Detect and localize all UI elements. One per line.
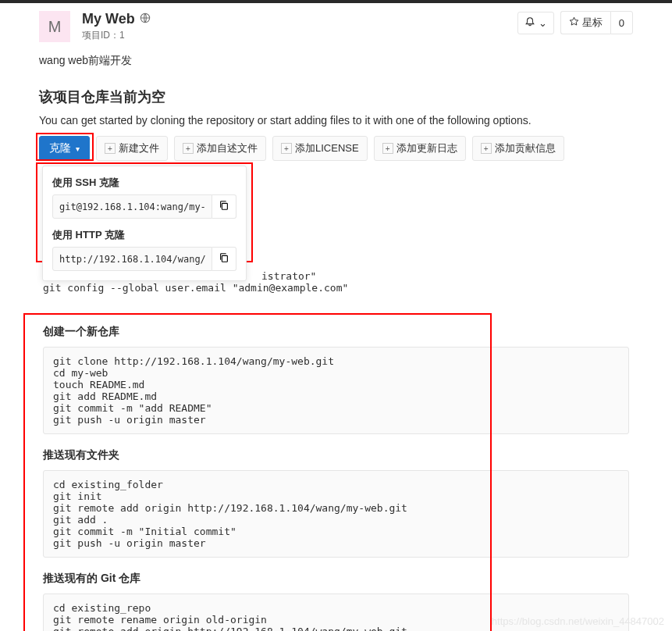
add-changelog-button[interactable]: +添加更新日志 xyxy=(374,136,466,161)
hint-text: You can get started by cloning the repos… xyxy=(39,114,633,127)
http-url-input[interactable] xyxy=(52,247,212,271)
add-license-button[interactable]: +添加LICENSE xyxy=(272,136,368,161)
svg-rect-2 xyxy=(222,255,227,262)
project-id: 项目ID：1 xyxy=(82,29,151,42)
copy-icon xyxy=(219,252,229,266)
plus-icon: + xyxy=(382,143,393,154)
action-label: 添加LICENSE xyxy=(295,141,359,155)
add-contributing-button[interactable]: +添加贡献信息 xyxy=(472,136,564,161)
star-icon xyxy=(569,16,579,29)
action-label: 新建文件 xyxy=(119,141,159,155)
create-repo-code: git clone http://192.168.1.104/wang/my-w… xyxy=(43,347,629,434)
project-header: M My Web 项目ID：1 ⌄ xyxy=(39,11,633,42)
copy-icon xyxy=(219,200,229,213)
create-repo-title: 创建一个新仓库 xyxy=(43,325,629,339)
clone-dropdown: 使用 SSH 克隆 使用 HTTP 克隆 xyxy=(42,166,247,281)
plus-icon: + xyxy=(281,143,292,154)
chevron-down-icon: ⌄ xyxy=(539,17,547,29)
action-label: 添加贡献信息 xyxy=(495,141,556,155)
star-label: 星标 xyxy=(582,16,603,30)
plus-icon: + xyxy=(105,143,116,154)
action-label: 添加自述文件 xyxy=(197,141,258,155)
push-repo-code: cd existing_repo git remote rename origi… xyxy=(43,594,629,631)
clone-button[interactable]: 克隆 ▾ xyxy=(39,136,90,161)
push-folder-title: 推送现有文件夹 xyxy=(43,448,629,462)
globe-icon xyxy=(140,12,151,26)
new-file-button[interactable]: +新建文件 xyxy=(96,136,168,161)
http-clone-label: 使用 HTTP 克隆 xyxy=(52,228,236,242)
action-label: 添加更新日志 xyxy=(396,141,457,155)
project-title: My Web xyxy=(82,11,135,27)
copy-http-button[interactable] xyxy=(212,247,236,271)
bell-icon xyxy=(524,16,535,30)
ssh-clone-label: 使用 SSH 克隆 xyxy=(52,176,236,190)
project-avatar: M xyxy=(39,11,70,42)
ssh-url-input[interactable] xyxy=(52,194,212,219)
chevron-down-icon: ▾ xyxy=(76,144,80,153)
notification-button[interactable]: ⌄ xyxy=(517,12,554,34)
star-count[interactable]: 0 xyxy=(610,11,633,34)
push-folder-code: cd existing_folder git init git remote a… xyxy=(43,470,629,558)
plus-icon: + xyxy=(183,143,194,154)
copy-ssh-button[interactable] xyxy=(212,194,236,219)
empty-repo-title: 该项目仓库当前为空 xyxy=(39,87,633,106)
svg-rect-1 xyxy=(222,203,227,209)
clone-label: 克隆 xyxy=(49,141,71,155)
plus-icon: + xyxy=(481,143,492,154)
push-repo-title: 推送现有的 Git 仓库 xyxy=(43,572,629,586)
add-readme-button[interactable]: +添加自述文件 xyxy=(174,136,266,161)
star-button[interactable]: 星标 xyxy=(560,11,610,34)
project-description: wang web前端开发 xyxy=(39,54,633,68)
